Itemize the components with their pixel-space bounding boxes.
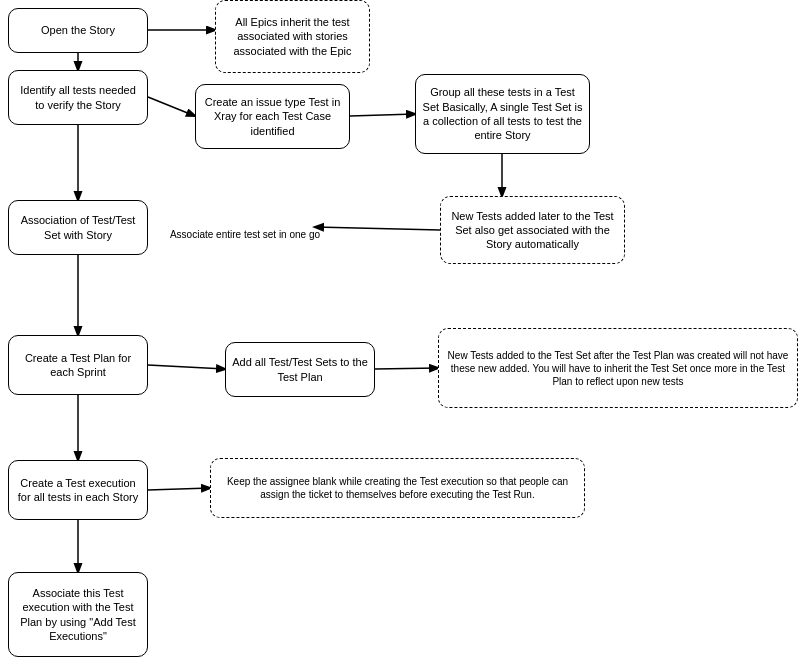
association-box: Association of Test/Test Set with Story: [8, 200, 148, 255]
add-test-sets-box: Add all Test/Test Sets to the Test Plan: [225, 342, 375, 397]
diagram-container: Open the Story All Epics inherit the tes…: [0, 0, 811, 661]
create-test-exec-box: Create a Test execution for all tests in…: [8, 460, 148, 520]
create-test-exec-label: Create a Test execution for all tests in…: [15, 476, 141, 505]
svg-line-11: [148, 488, 210, 490]
open-story-label: Open the Story: [41, 23, 115, 37]
epics-inherit-box: All Epics inherit the test associated wi…: [215, 0, 370, 73]
associate-exec-box: Associate this Test execution with the T…: [8, 572, 148, 657]
group-test-set-box: Group all these tests in a Test Set Basi…: [415, 74, 590, 154]
svg-line-9: [375, 368, 438, 369]
new-tests-added-box: New Tests added later to the Test Set al…: [440, 196, 625, 264]
add-test-sets-label: Add all Test/Test Sets to the Test Plan: [232, 355, 368, 384]
svg-line-3: [350, 114, 415, 116]
identify-tests-label: Identify all tests needed to verify the …: [15, 83, 141, 112]
open-story-box: Open the Story: [8, 8, 148, 53]
group-test-set-label: Group all these tests in a Test Set Basi…: [422, 85, 583, 142]
associate-exec-label: Associate this Test execution with the T…: [15, 586, 141, 643]
new-tests-plan-box: New Tests added to the Test Set after th…: [438, 328, 798, 408]
keep-assignee-box: Keep the assignee blank while creating t…: [210, 458, 585, 518]
epics-inherit-label: All Epics inherit the test associated wi…: [222, 15, 363, 58]
keep-assignee-label: Keep the assignee blank while creating t…: [217, 475, 578, 501]
svg-line-8: [148, 365, 225, 369]
create-issue-label: Create an issue type Test in Xray for ea…: [202, 95, 343, 138]
create-test-plan-box: Create a Test Plan for each Sprint: [8, 335, 148, 395]
create-issue-box: Create an issue type Test in Xray for ea…: [195, 84, 350, 149]
new-tests-added-label: New Tests added later to the Test Set al…: [447, 209, 618, 252]
create-test-plan-label: Create a Test Plan for each Sprint: [15, 351, 141, 380]
associate-entire-label: Associate entire test set in one go: [155, 222, 335, 246]
svg-line-2: [148, 97, 195, 116]
new-tests-plan-label: New Tests added to the Test Set after th…: [445, 349, 791, 388]
association-label: Association of Test/Test Set with Story: [15, 213, 141, 242]
identify-tests-box: Identify all tests needed to verify the …: [8, 70, 148, 125]
